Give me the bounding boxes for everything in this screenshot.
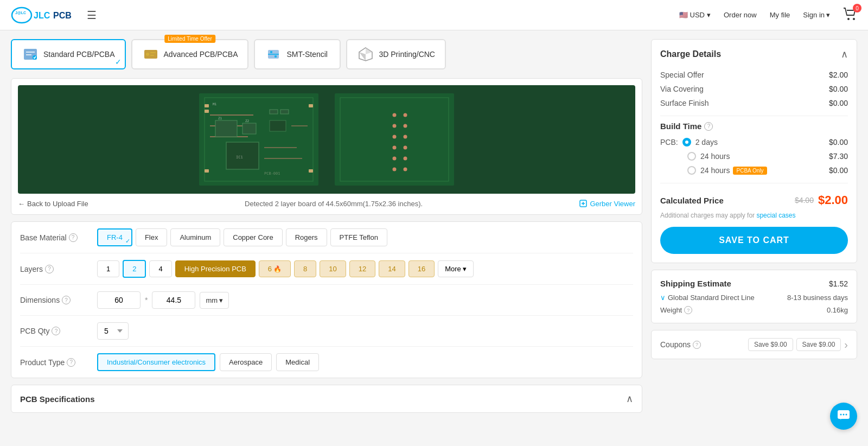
pcb-spec-header[interactable]: PCB Specifications ∧: [11, 385, 642, 413]
dimensions-row: Dimensions ? * mm ▾: [20, 285, 633, 316]
layer-high-precision[interactable]: High Precision PCB: [175, 260, 256, 277]
back-to-upload-label: Back to Upload File: [27, 200, 88, 208]
svg-text:M1: M1: [213, 102, 217, 106]
fire-icon: 🔥: [273, 265, 282, 273]
build-2days-label: 2 days: [695, 138, 829, 146]
option-aluminum[interactable]: Aluminum: [170, 228, 220, 246]
product-type-aerospace[interactable]: Aerospace: [220, 353, 272, 371]
header-menu-icon[interactable]: ☰: [87, 9, 97, 22]
shipping-card: Shipping Estimate $1.52 ∨ Global Standar…: [651, 270, 857, 323]
layer-16[interactable]: 16: [409, 260, 435, 277]
main-container: Standard PCB/PCBA ✓ Limited Time Offer A…: [0, 30, 868, 422]
base-material-help-icon[interactable]: ?: [69, 233, 78, 242]
radio-2days[interactable]: [682, 138, 691, 146]
radio-24h[interactable]: [687, 152, 696, 161]
layer-12[interactable]: 12: [349, 260, 375, 277]
svg-point-52: [393, 168, 397, 171]
dimension-separator: *: [145, 296, 148, 304]
sign-in-link[interactable]: Sign in ▾: [803, 11, 830, 19]
pcb-prefix-label: PCB:: [660, 138, 678, 146]
via-covering-label: Via Covering: [660, 85, 704, 93]
option-ptfe[interactable]: PTFE Teflon: [330, 228, 387, 246]
back-to-upload-link[interactable]: ← Back to Upload File: [18, 200, 88, 208]
chat-icon: [837, 409, 851, 422]
order-now-link[interactable]: Order now: [724, 11, 757, 19]
shipping-expand-icon[interactable]: ∨: [660, 294, 666, 302]
dimension-width-input[interactable]: [97, 291, 141, 309]
shipping-carrier-row: ∨ Global Standard Direct Line 8-13 busin…: [660, 294, 848, 302]
layers-options: 1 2 4 High Precision PCB 6 🔥 8 10 12 14 …: [97, 260, 474, 278]
detected-text: Detected 2 layer board of 44.5x60mm(1.75…: [245, 200, 423, 208]
layer-14[interactable]: 14: [379, 260, 405, 277]
shipping-title: Shipping Estimate: [660, 279, 731, 288]
radio-24h-pcba[interactable]: [687, 166, 696, 175]
dimensions-input-group: * mm ▾: [97, 291, 229, 309]
tab-standard-icon: [22, 46, 39, 63]
layer-10[interactable]: 10: [320, 260, 346, 277]
svg-point-57: [404, 157, 407, 161]
build-time-label: Build Time: [660, 122, 701, 131]
layer-6[interactable]: 6 🔥: [259, 260, 291, 277]
product-type-medical[interactable]: Medical: [276, 353, 319, 371]
product-type-industrial[interactable]: Industrial/Consumer electronics: [97, 353, 215, 371]
layer-1[interactable]: 1: [97, 260, 119, 277]
weight-help-icon[interactable]: ?: [684, 306, 692, 314]
cart-button[interactable]: 0: [843, 7, 857, 23]
tab-advanced[interactable]: Limited Time Offer Advanced PCB/PCBA: [131, 39, 249, 69]
charge-card: Charge Details ∧ Special Offer $2.00 Via…: [651, 39, 857, 263]
dimensions-help-icon[interactable]: ?: [62, 296, 71, 304]
more-chevron-icon: ▾: [463, 265, 467, 273]
save-to-cart-button[interactable]: SAVE TO CART: [660, 227, 848, 254]
tabs-container: Standard PCB/PCBA ✓ Limited Time Offer A…: [11, 39, 642, 69]
currency-chevron-icon: ▾: [707, 11, 711, 19]
option-rogers[interactable]: Rogers: [286, 228, 327, 246]
tab-smt[interactable]: SMT-Stencil: [254, 39, 341, 69]
coupon-arrow-icon[interactable]: ›: [844, 339, 848, 351]
tab-3d[interactable]: 3D Printing/CNC: [346, 39, 445, 69]
svg-point-58: [404, 168, 407, 171]
svg-rect-45: [335, 93, 454, 186]
product-type-help-icon[interactable]: ?: [67, 358, 75, 367]
coupons-help-icon[interactable]: ?: [693, 341, 701, 349]
dimension-height-input[interactable]: [152, 291, 195, 309]
old-price: $4.00: [795, 196, 814, 205]
tab-standard[interactable]: Standard PCB/PCBA ✓: [11, 39, 126, 69]
charge-divider-2: [660, 183, 848, 183]
shipping-amount: $1.52: [829, 279, 848, 288]
dimension-unit-selector[interactable]: mm ▾: [200, 292, 229, 309]
special-offer-amount: $2.00: [829, 71, 848, 79]
pcb-qty-select[interactable]: 5 10 15 20 25 30: [97, 322, 129, 340]
coupon-tags-group: Save $9.00 Save $9.00 ›: [748, 338, 848, 351]
flag-icon: 🇺🇸: [679, 11, 688, 19]
build-24h-pcba-label: 24 hours: [700, 166, 730, 175]
layer-more[interactable]: More ▾: [438, 260, 474, 277]
my-file-link[interactable]: My file: [770, 11, 790, 19]
option-flex[interactable]: Flex: [136, 228, 168, 246]
coupon-tag-1[interactable]: Save $9.00: [748, 338, 793, 351]
gerber-viewer-link[interactable]: Gerber Viewer: [579, 199, 635, 208]
coupons-label: Coupons: [660, 340, 691, 349]
layers-help-icon[interactable]: ?: [45, 265, 54, 273]
option-fr4[interactable]: FR-4 ✓: [97, 228, 132, 246]
layer-8[interactable]: 8: [294, 260, 316, 277]
layers-label: Layers ?: [20, 265, 91, 273]
special-cases-link[interactable]: special cases: [756, 212, 795, 219]
svg-point-54: [404, 124, 407, 128]
currency-selector[interactable]: 🇺🇸 USD ▾: [679, 11, 711, 19]
layer-2[interactable]: 2: [123, 260, 146, 278]
calculated-price-label: Calculated Price: [660, 196, 724, 205]
sign-in-chevron-icon: ▾: [826, 11, 830, 19]
build-time-help-icon[interactable]: ?: [704, 122, 713, 131]
svg-rect-31: [280, 110, 289, 114]
coupons-label-group: Coupons ?: [660, 340, 701, 349]
pcb-preview-container: IC1 PCB-001: [11, 78, 642, 215]
charge-collapse-icon[interactable]: ∧: [841, 48, 848, 60]
layer-4[interactable]: 4: [149, 260, 171, 277]
coupon-tag-2[interactable]: Save $9.00: [796, 338, 841, 351]
shipping-days: 8-13 business days: [787, 294, 848, 302]
option-copper-core[interactable]: Copper Core: [224, 228, 282, 246]
build-2days-amount: $0.00: [829, 138, 848, 146]
surface-finish-row: Surface Finish $0.00: [660, 96, 848, 110]
pcb-qty-help-icon[interactable]: ?: [52, 327, 60, 335]
base-material-label: Base Material ?: [20, 233, 91, 242]
